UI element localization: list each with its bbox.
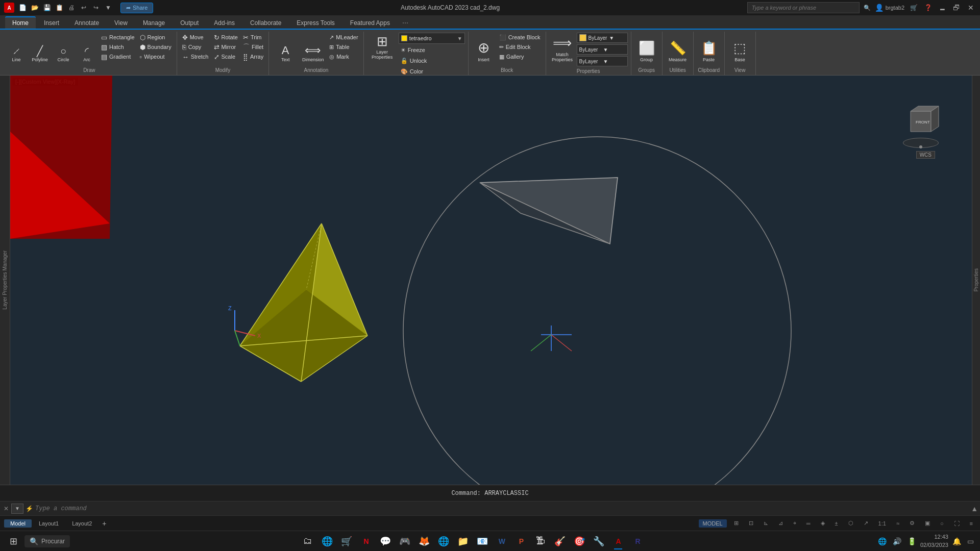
grid-toggle[interactable]: ⊞ [731,519,742,528]
left-panel[interactable]: Layer Properties Manager [0,76,10,485]
rectangle-button[interactable]: ▭Rectangle [99,33,137,42]
scale-button[interactable]: ⤢Scale [212,52,240,61]
line-button[interactable]: ⟋ Line [5,33,28,63]
bylayer-color-dropdown[interactable]: ByLayer ▼ [577,33,628,43]
restore-button[interactable]: 🗗 [951,3,962,13]
wipeout-button[interactable]: ▫Wipeout [138,52,174,61]
stretch-button[interactable]: ↔Stretch [180,52,211,61]
tab-home[interactable]: Home [5,16,36,29]
model-space-label[interactable]: MODEL [699,519,727,528]
layout1-tab[interactable]: Layout1 [33,519,65,528]
taskbar-whatsapp[interactable]: 💬 [376,532,395,550]
fillet-button[interactable]: ⌒Fillet [241,42,265,52]
text-button[interactable]: A Text [272,33,299,63]
undo-btn[interactable]: ↩ [79,3,89,13]
tab-addins[interactable]: Add-ins [207,17,242,29]
save-btn[interactable]: 💾 [42,3,52,13]
layout2-tab[interactable]: Layout2 [66,519,98,528]
table-button[interactable]: ⊞ Table [327,42,360,52]
cmd-mode-button[interactable]: ▼ [11,504,23,514]
show-desktop-btn[interactable]: ▭ [965,535,976,547]
notification-icon[interactable]: 🔔 [950,535,963,547]
hardware-accel[interactable]: ▣ [922,519,933,528]
match-properties-button[interactable]: ⟹ Match Properties [549,33,576,63]
linewt-toggle[interactable]: ═ [803,519,814,528]
taskbar-word[interactable]: W [493,532,511,550]
taskbar-winrar[interactable]: 🗜 [531,532,550,550]
command-input-field[interactable] [35,505,969,512]
tab-insert[interactable]: Insert [37,17,66,29]
bylayer-lineweight-dropdown[interactable]: ByLayer ▼ [577,56,628,66]
search-bar[interactable]: 🔍 Procurar [24,535,70,547]
taskbar-folder[interactable]: 📁 [454,532,472,550]
paste-button[interactable]: 📋 Paste [697,33,721,63]
layer-freeze-btn[interactable]: ☀ Freeze [399,45,465,55]
model-tab[interactable]: Model [4,519,32,528]
polyline-button[interactable]: ╱ Polyline [29,33,51,63]
base-button[interactable]: ⬚ Base [728,33,752,63]
fullscreen-btn[interactable]: ⛶ [951,519,963,528]
layer-dropdown[interactable]: tetraedro ▼ [399,33,465,44]
help-icon[interactable]: ❓ [923,3,933,13]
tab-output[interactable]: Output [173,17,206,29]
circle-button[interactable]: ○ Circle [52,33,75,63]
array-button[interactable]: ⣿Array [241,52,265,61]
search-icon[interactable]: 🔍 [864,5,871,11]
group-button[interactable]: ⬜ Group [634,33,659,63]
layer-color-btn[interactable]: 🎨 Color [399,67,465,76]
right-panel[interactable]: Properties [972,76,980,485]
dimension-button[interactable]: ⟺ Dimension [300,33,326,63]
start-button[interactable]: ⊞ [4,532,22,550]
search-input[interactable] [747,2,860,13]
mark-button[interactable]: ◎ Mark [327,52,360,61]
arc-button[interactable]: ◜ Arc [76,33,98,63]
region-button[interactable]: ⬡Region [138,33,174,42]
taskbar-discord[interactable]: 🎮 [396,532,414,550]
taskbar-chrome[interactable]: 🌐 [434,532,453,550]
insert-button[interactable]: ⊕ Insert [472,33,496,63]
move-button[interactable]: ✥Move [180,33,211,42]
anno-scale[interactable]: ≈ [893,519,902,528]
polar-toggle[interactable]: ⊿ [775,519,786,528]
customise-btn[interactable]: ≡ [967,519,976,528]
taskbar-firefox[interactable]: 🦊 [415,532,433,550]
selection-toggle[interactable]: ↗ [861,519,871,528]
taskbar-email[interactable]: 📧 [473,532,492,550]
taskbar-music[interactable]: 🎸 [551,532,569,550]
layer-properties-button[interactable]: ⊞ Layer Properties [367,33,398,65]
close-button[interactable]: ✕ [966,3,976,13]
taskbar-autocad[interactable]: A [609,532,627,550]
transparency-toggle[interactable]: ◈ [818,519,828,528]
new-btn[interactable]: 📄 [17,3,28,13]
block-gallery-btn[interactable]: ▦ Gallery [497,52,543,61]
qa-dropdown[interactable]: ▼ [103,3,113,13]
taskbar-game[interactable]: 🎯 [570,532,589,550]
taskbar-store[interactable]: 🛒 [337,532,356,550]
ortho-toggle[interactable]: ⊾ [761,519,771,528]
taskbar-revit[interactable]: R [628,532,647,550]
cmd-expand-btn[interactable]: ▲ [971,505,978,513]
tab-express[interactable]: Express Tools [289,17,341,29]
save-as-btn[interactable]: 📋 [54,3,64,13]
isolate-btn[interactable]: ○ [937,519,947,528]
mleader-button[interactable]: ↗ MLeader [327,33,360,42]
store-icon[interactable]: 🛒 [909,3,919,13]
add-layout-button[interactable]: + [99,518,109,529]
taskbar-powerpoint[interactable]: P [512,532,530,550]
viewport[interactable]: [-][Custom View][X-Ray] [10,76,972,485]
share-button[interactable]: ➦ Share [120,3,153,13]
trim-button[interactable]: ✂Trim [241,33,265,42]
taskbar-edge[interactable]: 🌐 [318,532,336,550]
volume-icon[interactable]: 🔊 [891,535,903,547]
dyn-input-toggle[interactable]: ± [832,519,841,528]
bylayer-linetype-dropdown[interactable]: ByLayer ▼ [577,44,628,55]
tab-featured[interactable]: Featured Apps [343,17,397,29]
network-icon[interactable]: 🌐 [876,535,889,547]
gradient-button[interactable]: ▤Gradient [99,52,137,61]
taskbar-netflix[interactable]: N [357,532,375,550]
more-tabs-btn[interactable]: ⋯ [398,17,412,29]
battery-icon[interactable]: 🔋 [905,535,918,547]
minimize-button[interactable]: 🗕 [937,3,947,13]
taskbar-tool[interactable]: 🔧 [590,532,608,550]
zoom-level[interactable]: 1:1 [875,519,889,528]
